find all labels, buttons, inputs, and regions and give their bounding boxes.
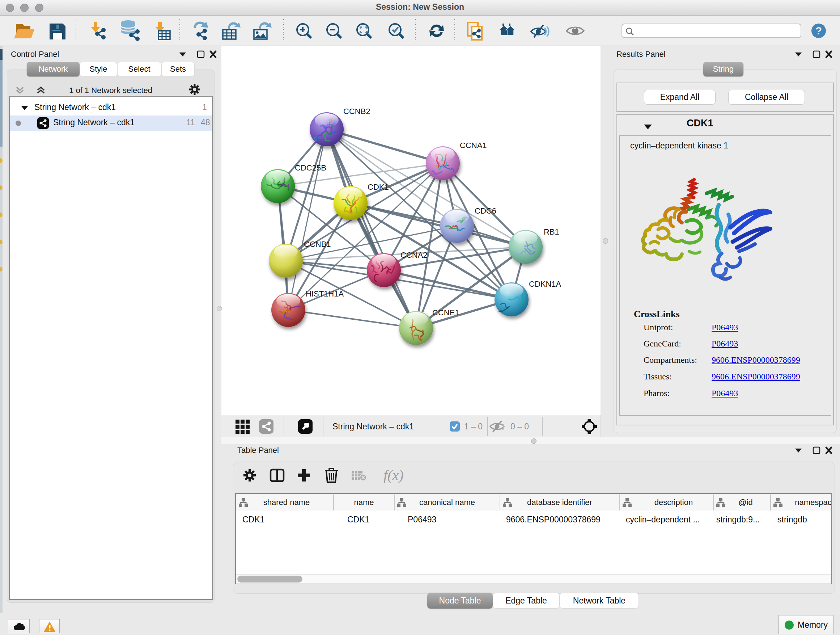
- svg-text:database identifier: database identifier: [527, 498, 592, 507]
- svg-text:cyclin–dependent ...: cyclin–dependent ...: [626, 515, 700, 524]
- svg-text:9606.ENSP00000378699: 9606.ENSP00000378699: [506, 515, 600, 524]
- svg-text:CDKN1A: CDKN1A: [529, 279, 561, 288]
- svg-text:CDK1: CDK1: [242, 515, 264, 524]
- svg-text:namespac: namespac: [795, 498, 831, 507]
- svg-text:CDC25B: CDC25B: [295, 163, 326, 172]
- svg-text:description: description: [654, 498, 693, 507]
- svg-text:String Network – cdk1: String Network – cdk1: [332, 422, 414, 431]
- svg-text:RB1: RB1: [544, 227, 559, 236]
- svg-text:HIST1H1A: HIST1H1A: [306, 289, 344, 298]
- svg-text:CDC6: CDC6: [475, 206, 496, 215]
- svg-text:stringdb:9...: stringdb:9...: [716, 515, 760, 524]
- svg-text:@id: @id: [738, 498, 752, 507]
- svg-text:0 – 0: 0 – 0: [510, 422, 529, 431]
- svg-text:CCNB2: CCNB2: [343, 107, 370, 116]
- svg-text:canonical name: canonical name: [419, 498, 475, 507]
- svg-text:name: name: [354, 498, 374, 507]
- svg-text:P06493: P06493: [408, 515, 436, 524]
- svg-text:1 – 0: 1 – 0: [464, 422, 483, 431]
- svg-text:f(x): f(x): [384, 467, 404, 483]
- svg-text:?: ?: [815, 25, 822, 36]
- svg-text:CDK1: CDK1: [347, 515, 369, 524]
- svg-text:stringdb: stringdb: [777, 515, 807, 524]
- svg-text:shared name: shared name: [264, 498, 309, 507]
- svg-text:CCNB1: CCNB1: [304, 240, 331, 249]
- svg-text:CCNE1: CCNE1: [432, 308, 459, 317]
- svg-text:CDK1: CDK1: [368, 182, 389, 192]
- svg-text:CCNA1: CCNA1: [460, 141, 487, 150]
- svg-text:CCNA2: CCNA2: [401, 250, 428, 260]
